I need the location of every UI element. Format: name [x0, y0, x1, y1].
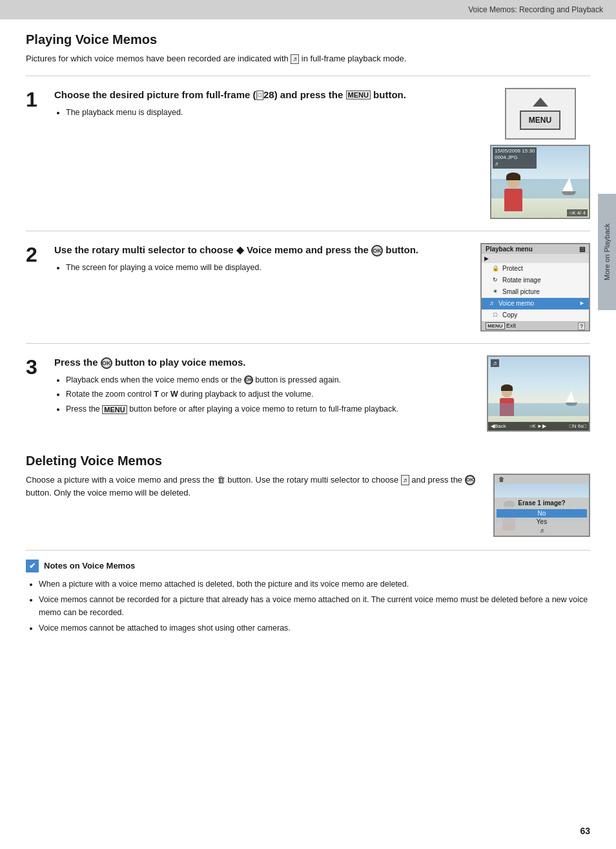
menu-keyword-3: MENU [102, 405, 127, 414]
notes-item-3: Voice memos cannot be attached to images… [39, 622, 590, 634]
voice-playing-icon: ♬ [491, 359, 499, 367]
step-3-content: Press the OK button to play voice memos.… [54, 355, 590, 432]
ok-button-step3: OK [101, 357, 112, 369]
arrow-icon [533, 98, 548, 107]
section2-body: Choose a picture with a voice memo and p… [26, 474, 590, 537]
voice-indicator-icon: ♬ [401, 475, 409, 485]
step-3-bullet-1: Playback ends when the voice memo ends o… [66, 374, 477, 386]
sidebar-tab: More on Playback [598, 194, 616, 310]
delete-option-yes[interactable]: Yes [497, 518, 587, 526]
section2: Deleting Voice Memos Choose a picture wi… [26, 443, 590, 537]
playback-menu-item-protect[interactable]: 🔒 Protect [482, 263, 589, 275]
menu-exit-key: MENU [486, 322, 505, 330]
back-button-label: ◀Back [491, 423, 506, 429]
step3-person-hair [501, 384, 513, 391]
step-3: 3 Press the OK button to play voice memo… [26, 343, 590, 443]
step-3-heading: Press the OK button to play voice memos. [54, 355, 477, 369]
small-picture-icon: ☀ [491, 288, 500, 296]
step-1-image: MENU [490, 88, 590, 219]
playback-menu-item-voice[interactable]: ♬ Voice memo ► [482, 298, 589, 309]
step-1-number: 1 [26, 89, 44, 110]
step-1-main: Choose the desired picture from full-fra… [54, 88, 590, 219]
notes-item-1: When a picture with a voice memo attache… [39, 578, 590, 591]
ok-button-delete: OK [465, 475, 475, 485]
boat-hull [562, 191, 576, 195]
playback-menu-screen: Playback menu ▤ ▶ 🔒 Protect ↻ Rotate ima… [480, 243, 590, 331]
person-figure [504, 174, 522, 211]
page-header-title: Voice Memos: Recording and Playback [468, 5, 603, 14]
step-3-playback-footer: ◀Back ○K ►▶ □N 6s□ [488, 422, 589, 430]
step2-delete-dialog: 🗑 [493, 474, 590, 537]
book-icon: □ [256, 90, 263, 100]
copy-icon: □ [491, 311, 500, 319]
step-3-main: Press the OK button to play voice memos.… [54, 355, 590, 432]
menu-keyword-1: MENU [346, 90, 371, 100]
step-1-text: Choose the desired picture from full-fra… [54, 88, 480, 121]
voice-icon: ♬ [487, 299, 496, 308]
step3-person-head [502, 386, 512, 397]
erase-prompt: Erase 1 image? [497, 499, 587, 507]
step-2-bullets: The screen for playing a voice memo will… [54, 262, 470, 274]
trash-icon-header: 🗑 [498, 476, 504, 483]
delete-dialog-box: 🗑 [493, 474, 590, 537]
step3-sail [566, 391, 575, 403]
step-3-number: 3 [26, 357, 44, 377]
step-2-heading: Use the rotary multi selector to choose … [54, 243, 470, 257]
ok-icon-inline: OK [244, 375, 253, 384]
step-1-photo-display: 15/05/2009 15:30 0004.JPG ♬ ○K 4/ 4 [490, 145, 590, 219]
step-2-content: Use the rotary multi selector to choose … [54, 243, 590, 331]
step-3-bullet-2: Rotate the zoom control T or W during pl… [66, 388, 477, 401]
menu-bar-icon: ▤ [579, 246, 585, 253]
step-2-main: Use the rotary multi selector to choose … [54, 243, 590, 331]
ok-button-inline: OK [371, 245, 383, 257]
step-2-text: Use the rotary multi selector to choose … [54, 243, 470, 277]
step-1: 1 Choose the desired picture from full-f… [26, 76, 590, 231]
voice-indicator-bottom: ♬ [497, 527, 587, 534]
notes-list: When a picture with a voice memo attache… [26, 578, 590, 634]
notes-header: ✔ Notes on Voice Memos [26, 560, 590, 572]
step-3-photo-bg: ♬ [488, 357, 589, 430]
delete-dialog-header: 🗑 [495, 475, 589, 484]
sailboat-decoration [562, 178, 576, 195]
notes-section: ✔ Notes on Voice Memos When a picture wi… [26, 550, 590, 634]
playback-menu-item-copy[interactable]: □ Copy [482, 309, 589, 321]
person-hair [506, 173, 520, 180]
section2-title: Deleting Voice Memos [26, 454, 590, 468]
person-head [507, 174, 520, 188]
delete-dialog-overlay: Erase 1 image? No Yes ♬ [495, 498, 589, 536]
voice-memo-bold: Voice memo [247, 244, 303, 255]
notes-item-2: Voice memos cannot be recorded for a pic… [39, 593, 590, 619]
playback-menu-play-icon: ▶ [482, 254, 589, 263]
step-3-photo-screen: ♬ [487, 355, 590, 432]
sail-icon [562, 178, 573, 192]
section1-intro: Pictures for which voice memos have been… [26, 52, 590, 65]
step-1-heading: Choose the desired picture from full-fra… [54, 88, 480, 101]
rotate-icon: ↻ [491, 276, 500, 284]
playback-menu-title: Playback menu ▤ [482, 244, 589, 254]
section1-title: Playing Voice Memos [26, 32, 590, 47]
page-header: Voice Memos: Recording and Playback [0, 0, 616, 19]
step-3-image: ♬ [487, 355, 590, 432]
playback-menu-footer: MENU Exit ? [482, 321, 589, 330]
step-3-text: Press the OK button to play voice memos.… [54, 355, 477, 418]
counter-display: 4/ 4 [577, 210, 586, 216]
protect-icon: 🔒 [491, 264, 500, 273]
page-number: 63 [580, 826, 590, 836]
delete-dialog-body: Erase 1 image? No Yes ♬ [495, 484, 589, 536]
notes-title: Notes on Voice Memos [44, 561, 135, 571]
voice-icon-badge: ♬ [495, 161, 535, 167]
delete-option-no[interactable]: No [497, 509, 587, 518]
step-1-content: Choose the desired picture from full-fra… [54, 88, 590, 219]
step3-water [488, 403, 589, 416]
person-body [504, 189, 522, 211]
page-content: Playing Voice Memos Pictures for which v… [0, 19, 616, 650]
playback-menu-item-small[interactable]: ☀ Small picture [482, 286, 589, 298]
photo-date-overlay: 15/05/2009 15:30 0004.JPG ♬ [493, 147, 537, 169]
notes-icon: ✔ [26, 560, 39, 572]
playback-menu-item-rotate[interactable]: ↻ Rotate image [482, 275, 589, 286]
voice-memo-indicator-icon: ♬ [291, 54, 299, 65]
step-3-bullets: Playback ends when the voice memo ends o… [54, 374, 477, 415]
menu-button-display: MENU [520, 110, 560, 130]
step-2-image: Playback menu ▤ ▶ 🔒 Protect ↻ Rotate ima… [480, 243, 590, 331]
ok-play-label: ○K ►▶ [529, 423, 546, 429]
